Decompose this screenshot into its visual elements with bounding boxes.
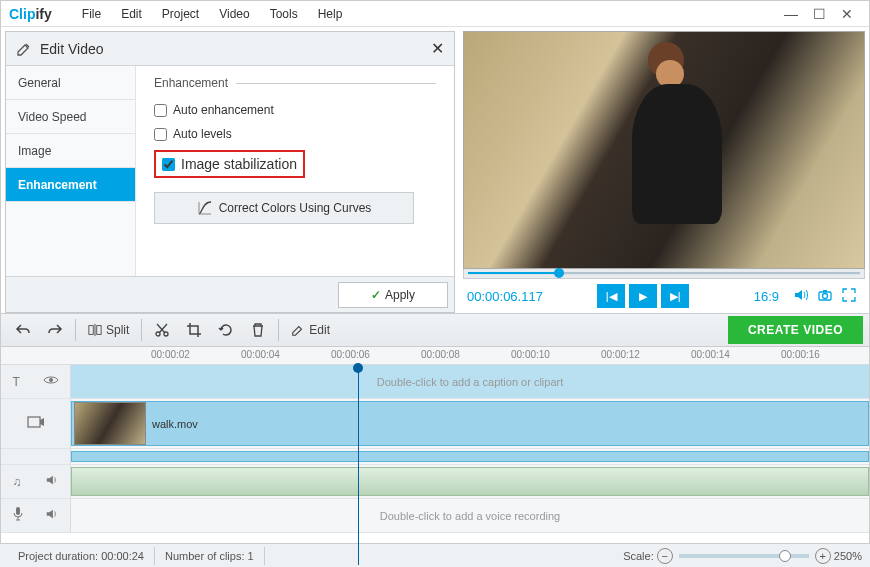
video-track-strip [1, 449, 869, 465]
tab-video-speed[interactable]: Video Speed [6, 100, 135, 134]
audio-clip[interactable] [71, 467, 869, 496]
redo-button[interactable] [39, 317, 71, 343]
svg-point-1 [823, 293, 828, 298]
audio-track[interactable]: ♫ [1, 465, 869, 499]
cut-button[interactable] [146, 317, 178, 343]
audio-volume-icon[interactable] [45, 473, 59, 490]
menu-tools[interactable]: Tools [260, 7, 308, 21]
menu-help[interactable]: Help [308, 7, 353, 21]
section-label: Enhancement [154, 76, 436, 90]
edit-clip-button[interactable]: Edit [283, 317, 338, 343]
ruler-tick: 00:00:10 [511, 349, 550, 360]
app-logo: Clipify [9, 6, 52, 22]
side-tabs: General Video Speed Image Enhancement [6, 66, 136, 276]
close-panel-button[interactable]: ✕ [431, 39, 444, 58]
fullscreen-icon[interactable] [841, 287, 857, 306]
project-duration: 00:00:24 [101, 550, 144, 562]
clip-name: walk.mov [152, 418, 198, 430]
music-track-icon: ♫ [13, 475, 22, 489]
menu-edit[interactable]: Edit [111, 7, 152, 21]
zoom-in-button[interactable]: + [815, 548, 831, 564]
menu-video[interactable]: Video [209, 7, 259, 21]
ruler-tick: 00:00:04 [241, 349, 280, 360]
undo-button[interactable] [7, 317, 39, 343]
rotate-button[interactable] [210, 317, 242, 343]
snapshot-icon[interactable] [817, 287, 833, 306]
tab-enhancement[interactable]: Enhancement [6, 168, 135, 202]
preview-seek-slider[interactable] [463, 269, 865, 279]
scale-label: Scale: [623, 550, 654, 562]
voice-volume-icon[interactable] [45, 507, 59, 524]
edit-video-panel: Edit Video ✕ General Video Speed Image E… [5, 31, 455, 313]
timeline-toolbar: Split Edit CREATE VIDEO [1, 313, 869, 347]
svg-rect-2 [823, 290, 827, 292]
preview-canvas[interactable] [463, 31, 865, 269]
ruler-tick: 00:00:06 [331, 349, 370, 360]
apply-button[interactable]: ✓Apply [338, 282, 448, 308]
tab-general[interactable]: General [6, 66, 135, 100]
next-frame-button[interactable]: ▶| [661, 284, 689, 308]
tab-image[interactable]: Image [6, 134, 135, 168]
menu-project[interactable]: Project [152, 7, 209, 21]
image-stabilization-highlight: Image stabilization [154, 150, 305, 178]
prev-frame-button[interactable]: |◀ [597, 284, 625, 308]
svg-rect-9 [28, 417, 40, 427]
video-clip[interactable]: walk.mov [71, 401, 869, 446]
panel-title: Edit Video [40, 41, 431, 57]
auto-enhancement-checkbox[interactable]: Auto enhancement [154, 98, 436, 122]
edit-icon [16, 41, 32, 57]
zoom-out-button[interactable]: − [657, 548, 673, 564]
svg-rect-3 [89, 326, 93, 335]
svg-rect-10 [16, 507, 20, 515]
timeline-tracks: T Double-click to add a caption or clipa… [1, 365, 869, 533]
maximize-button[interactable]: ☐ [805, 6, 833, 22]
clip-thumbnail [74, 402, 146, 445]
preview-pane: 00:00:06.117 |◀ ▶ ▶| 16:9 [463, 31, 865, 313]
delete-button[interactable] [242, 317, 274, 343]
svg-point-8 [49, 378, 53, 382]
minimize-button[interactable]: — [777, 6, 805, 22]
timeline-ruler[interactable]: 00:00:02 00:00:04 00:00:06 00:00:08 00:0… [1, 347, 869, 365]
aspect-ratio[interactable]: 16:9 [754, 289, 779, 304]
caption-track[interactable]: T Double-click to add a caption or clipa… [1, 365, 869, 399]
svg-rect-4 [97, 326, 101, 335]
ruler-tick: 00:00:16 [781, 349, 820, 360]
project-duration-label: Project duration: [18, 550, 98, 562]
playhead[interactable] [358, 365, 359, 565]
mic-track-icon [12, 506, 24, 525]
close-window-button[interactable]: ✕ [833, 6, 861, 22]
menu-bar: Clipify File Edit Project Video Tools He… [1, 1, 869, 27]
video-track[interactable]: walk.mov [1, 399, 869, 449]
clips-count-label: Number of clips: [165, 550, 244, 562]
clips-count: 1 [248, 550, 254, 562]
menu-file[interactable]: File [72, 7, 111, 21]
ruler-tick: 00:00:08 [421, 349, 460, 360]
ruler-tick: 00:00:12 [601, 349, 640, 360]
auto-levels-checkbox[interactable]: Auto levels [154, 122, 436, 146]
status-bar: Project duration: 00:00:24 Number of cli… [0, 543, 870, 567]
scale-slider[interactable] [679, 554, 809, 558]
caption-hint: Double-click to add a caption or clipart [71, 365, 869, 399]
image-stabilization-checkbox[interactable]: Image stabilization [162, 156, 297, 172]
video-track-icon [27, 414, 45, 433]
ruler-tick: 00:00:02 [151, 349, 190, 360]
scale-percent: 250% [834, 550, 862, 562]
play-button[interactable]: ▶ [629, 284, 657, 308]
curves-icon [197, 200, 213, 216]
volume-icon[interactable] [793, 287, 809, 306]
ruler-tick: 00:00:14 [691, 349, 730, 360]
text-track-icon: T [12, 375, 19, 389]
crop-button[interactable] [178, 317, 210, 343]
voice-hint: Double-click to add a voice recording [71, 499, 869, 533]
voice-track[interactable]: Double-click to add a voice recording [1, 499, 869, 533]
create-video-button[interactable]: CREATE VIDEO [728, 316, 863, 344]
split-button[interactable]: Split [80, 317, 137, 343]
visibility-icon[interactable] [43, 374, 59, 389]
timecode: 00:00:06.117 [467, 289, 543, 304]
correct-colors-curves-button[interactable]: Correct Colors Using Curves [154, 192, 414, 224]
